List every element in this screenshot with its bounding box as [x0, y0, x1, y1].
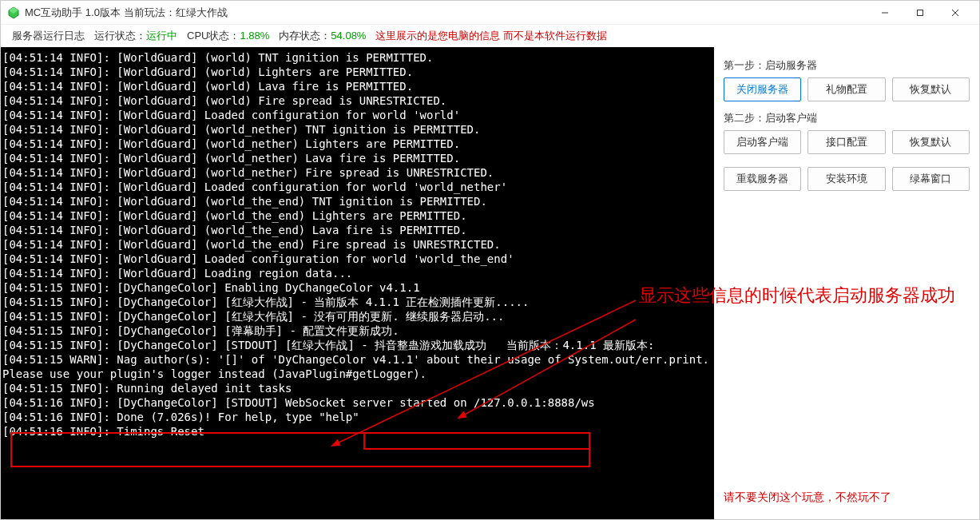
- console-line: [04:51:14 INFO]: [WorldGuard] (world_the…: [2, 194, 714, 208]
- console-line: [04:51:16 INFO]: Timings Reset: [2, 424, 714, 439]
- green-screen-button[interactable]: 绿幕窗口: [892, 167, 970, 191]
- restore-default-button-2[interactable]: 恢复默认: [892, 130, 970, 154]
- button-row-1: 关闭服务器 礼物配置 恢复默认: [724, 77, 970, 101]
- titlebar: MC互动助手 1.0版本 当前玩法：红绿大作战: [1, 1, 979, 25]
- restore-default-button-1[interactable]: 恢复默认: [892, 77, 970, 101]
- console-line: [04:51:14 INFO]: [WorldGuard] Loaded con…: [2, 108, 714, 122]
- step2-label: 第二步：启动客户端: [724, 111, 970, 125]
- console-line: [04:51:15 INFO]: Running delayed init ta…: [2, 381, 714, 395]
- console-line: [04:51:14 INFO]: [WorldGuard] (world) Li…: [2, 65, 714, 79]
- run-state-label: 运行状态：: [94, 30, 146, 42]
- console-line: [04:51:14 INFO]: [WorldGuard] Loaded con…: [2, 180, 714, 194]
- sidebar: 第一步：启动服务器 关闭服务器 礼物配置 恢复默认 第二步：启动客户端 启动客户…: [714, 47, 979, 519]
- step1-label: 第一步：启动服务器: [724, 58, 970, 73]
- console-line: [04:51:14 INFO]: [WorldGuard] (world) TN…: [2, 50, 714, 65]
- app-window: MC互动助手 1.0版本 当前玩法：红绿大作战 服务器运行日志 运行状态：运行中…: [0, 0, 980, 520]
- console-line: [04:51:15 INFO]: [DyChangeColor] Enablin…: [2, 280, 714, 295]
- console-line: [04:51:14 INFO]: [WorldGuard] (world_net…: [2, 122, 714, 137]
- main-area: [04:51:14 INFO]: [WorldGuard] (world) TN…: [1, 47, 979, 519]
- console-line: [04:51:16 INFO]: Done (7.026s)! For help…: [2, 410, 714, 424]
- mem-block: 内存状态：54.08%: [279, 29, 366, 43]
- svg-rect-3: [918, 10, 923, 15]
- close-server-button[interactable]: 关闭服务器: [724, 77, 801, 101]
- status-bar: 服务器运行日志 运行状态：运行中 CPU状态：1.88% 内存状态：54.08%…: [1, 25, 979, 47]
- close-button[interactable]: [938, 2, 973, 24]
- console-line: [04:51:14 INFO]: [WorldGuard] (world) Fi…: [2, 93, 714, 108]
- console-line: [04:51:15 INFO]: [DyChangeColor] [STDOUT…: [2, 338, 714, 352]
- console-line: [04:51:14 INFO]: [WorldGuard] (world_net…: [2, 165, 714, 180]
- status-notice: 这里展示的是您电脑的信息 而不是本软件运行数据: [375, 29, 607, 43]
- log-title: 服务器运行日志: [12, 29, 85, 43]
- console-line: [04:51:15 INFO]: [DyChangeColor] [红绿大作战]…: [2, 295, 714, 309]
- cpu-value: 1.88%: [240, 30, 269, 42]
- console-line: Please use your plugin's logger instead …: [2, 367, 714, 381]
- console-line: [04:51:14 INFO]: [WorldGuard] (world_the…: [2, 223, 714, 237]
- console-line: [04:51:14 INFO]: [WorldGuard] Loaded con…: [2, 252, 714, 266]
- console-line: [04:51:15 INFO]: [DyChangeColor] [弹幕助手] …: [2, 324, 714, 338]
- cpu-block: CPU状态：1.88%: [187, 29, 269, 43]
- reload-server-button[interactable]: 重载服务器: [724, 167, 801, 191]
- console-line: [04:51:14 INFO]: [WorldGuard] (world_net…: [2, 151, 714, 165]
- cpu-label: CPU状态：: [187, 30, 240, 42]
- gift-config-button[interactable]: 礼物配置: [807, 77, 885, 101]
- console-line: [04:51:14 INFO]: [WorldGuard] (world_the…: [2, 237, 714, 252]
- window-controls: [867, 2, 973, 24]
- app-icon: [7, 6, 20, 19]
- button-row-2: 启动客户端 接口配置 恢复默认: [724, 130, 970, 154]
- minimize-button[interactable]: [867, 2, 903, 24]
- console-line: [04:51:14 INFO]: [WorldGuard] (world) La…: [2, 79, 714, 93]
- start-client-button[interactable]: 启动客户端: [724, 130, 801, 154]
- maximize-button[interactable]: [903, 2, 938, 24]
- console-line: [04:51:14 INFO]: [WorldGuard] (world_the…: [2, 208, 714, 223]
- console-line: [04:51:16 INFO]: [DyChangeColor] [STDOUT…: [2, 395, 714, 410]
- install-env-button[interactable]: 安装环境: [807, 167, 885, 191]
- sidebar-footer-warning: 请不要关闭这个玩意，不然玩不了: [724, 490, 970, 505]
- mem-value: 54.08%: [331, 30, 366, 42]
- mem-label: 内存状态：: [279, 30, 331, 42]
- console-line: [04:51:14 INFO]: [WorldGuard] (world_net…: [2, 137, 714, 151]
- console-output[interactable]: [04:51:14 INFO]: [WorldGuard] (world) TN…: [1, 47, 714, 519]
- console-line: [04:51:15 WARN]: Nag author(s): '[]' of …: [2, 352, 714, 367]
- button-row-3: 重载服务器 安装环境 绿幕窗口: [724, 167, 970, 191]
- run-state-block: 运行状态：运行中: [94, 29, 177, 43]
- console-line: [04:51:14 INFO]: [WorldGuard] Loading re…: [2, 266, 714, 280]
- console-line: [04:51:15 INFO]: [DyChangeColor] [红绿大作战]…: [2, 309, 714, 324]
- window-title: MC互动助手 1.0版本 当前玩法：红绿大作战: [25, 6, 867, 20]
- run-state-value: 运行中: [146, 30, 177, 42]
- interface-config-button[interactable]: 接口配置: [807, 130, 885, 154]
